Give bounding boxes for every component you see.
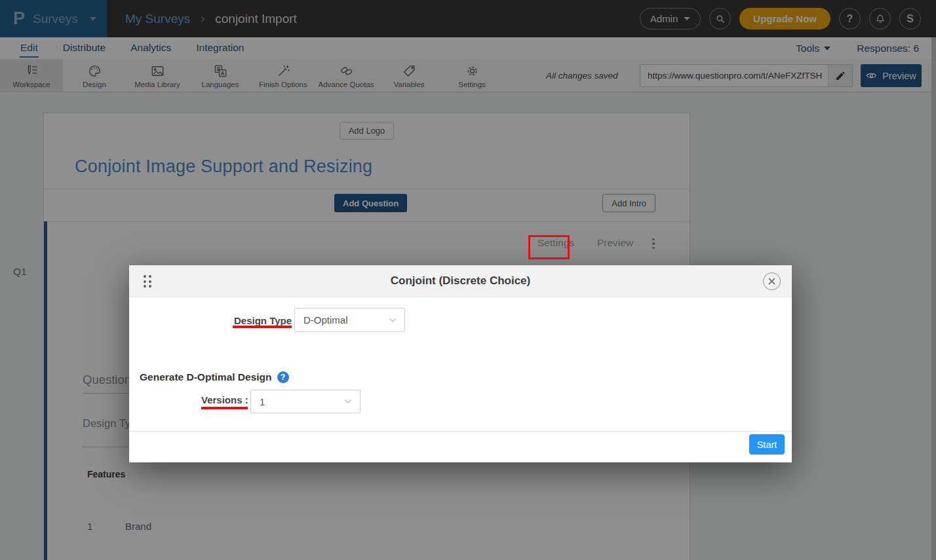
design-type-label: Design Type [234,315,292,326]
help-icon[interactable]: ? [277,371,289,383]
close-icon [768,277,776,286]
divider [129,431,792,432]
modal-title: Conjoint (Discrete Choice) [129,274,792,288]
design-type-select[interactable]: D-Optimal [294,308,405,332]
modal-header: Conjoint (Discrete Choice) [129,265,792,297]
versions-select[interactable]: 1 [250,390,361,413]
versions-label: Versions : [201,394,248,405]
versions-value: 1 [251,396,265,407]
design-type-value: D-Optimal [295,314,348,326]
close-button[interactable] [763,272,781,290]
generate-design-heading: Generate D-Optimal Design ? [140,371,289,383]
chevron-down-icon [343,396,353,407]
start-button[interactable]: Start [749,434,785,455]
app-window: P Surveys My Surveys › conjoint Import A… [0,0,936,560]
generate-design-text: Generate D-Optimal Design [140,371,272,383]
conjoint-settings-modal: Conjoint (Discrete Choice) Design Type D… [129,265,792,462]
chevron-down-icon [387,315,398,326]
